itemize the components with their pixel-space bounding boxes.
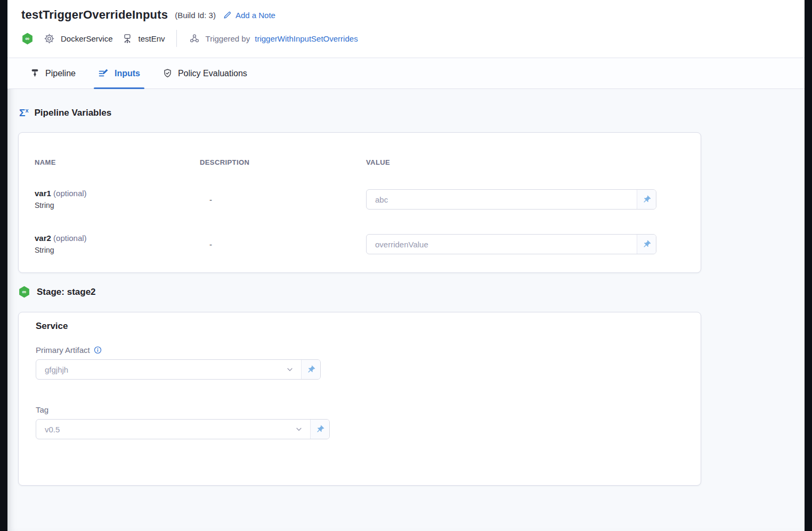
tag-select-group: v0.5: [36, 419, 330, 439]
variable-row-name: var1 (optional) String: [35, 188, 200, 211]
tab-pipeline[interactable]: Pipeline: [26, 58, 80, 88]
add-note-label: Add a Note: [236, 11, 275, 20]
stage-heading: ∞ Stage: stage2: [18, 286, 805, 298]
trigger-icon: [189, 33, 200, 44]
gear-icon: [44, 33, 55, 44]
execution-header: testTriggerOverrideInputs (Build Id: 3) …: [7, 0, 805, 58]
edit-pencil-icon: [223, 11, 232, 20]
variable-row-description: -: [200, 240, 366, 249]
pin-button[interactable]: [310, 420, 329, 439]
column-header-name: NAME: [35, 158, 200, 166]
add-note-button[interactable]: Add a Note: [223, 11, 275, 20]
variable-value-input-group: overridenValue: [366, 234, 656, 254]
execution-page: testTriggerOverrideInputs (Build Id: 3) …: [7, 0, 805, 531]
service-section-title: Service: [36, 321, 684, 332]
cd-stage-icon: ∞: [21, 33, 34, 45]
variable-value-input-group: abc: [366, 189, 656, 210]
environment-name-label: testEnv: [139, 34, 165, 43]
chevron-down-icon: [295, 425, 303, 433]
triggered-by-label: Triggered by: [206, 34, 250, 43]
page-title: testTriggerOverrideInputs: [21, 8, 168, 22]
build-id-label: (Build Id: 3): [175, 11, 216, 20]
variable-row-name: var2 (optional) String: [35, 232, 200, 256]
tag-label: Tag: [36, 405, 684, 414]
column-header-value: VALUE: [366, 158, 685, 166]
tab-pipeline-label: Pipeline: [45, 69, 76, 78]
svg-text:∞: ∞: [26, 35, 30, 42]
policy-shield-icon: [163, 68, 173, 78]
sigma-icon: Σx: [19, 108, 29, 118]
service-name-label: DockerService: [61, 34, 113, 43]
pin-button[interactable]: [637, 235, 656, 254]
tab-inputs[interactable]: Inputs: [94, 58, 144, 88]
primary-artifact-label: Primary Artifact: [36, 345, 684, 355]
info-icon[interactable]: [94, 346, 102, 354]
tab-policy-evaluations[interactable]: Policy Evaluations: [158, 58, 251, 88]
pipeline-icon: [30, 68, 40, 78]
trigger-link[interactable]: triggerWithInputSetOverrides: [255, 34, 358, 43]
meta-divider: [176, 30, 177, 47]
cd-stage-icon: ∞: [18, 286, 30, 298]
inputs-icon: [98, 68, 109, 79]
pin-button[interactable]: [637, 190, 656, 209]
svg-text:∞: ∞: [22, 288, 27, 295]
tag-select[interactable]: v0.5: [36, 420, 310, 439]
stage-title: Stage: stage2: [37, 287, 96, 297]
primary-artifact-select-group: gfgjhjh: [36, 359, 321, 380]
environment-icon: [122, 33, 133, 44]
pipeline-variables-card: NAME DESCRIPTION VALUE var1 (optional) S…: [18, 132, 701, 273]
variable-value-input[interactable]: overridenValue: [367, 235, 637, 254]
tab-inputs-label: Inputs: [115, 69, 140, 78]
pipeline-variables-title: Pipeline Variables: [35, 108, 112, 118]
pipeline-variables-heading: Σx Pipeline Variables: [19, 108, 805, 118]
primary-artifact-select[interactable]: gfgjhjh: [36, 360, 301, 379]
pin-button[interactable]: [301, 360, 320, 379]
variable-row-description: -: [200, 195, 366, 204]
column-header-description: DESCRIPTION: [200, 158, 366, 166]
execution-tabbar: Pipeline Inputs Policy Evaluations: [7, 58, 805, 89]
stage-inputs-card: Service Primary Artifact gfgjhjh Tag v0: [18, 312, 701, 486]
chevron-down-icon: [286, 366, 294, 373]
tab-policy-evaluations-label: Policy Evaluations: [178, 69, 247, 78]
variable-value-input[interactable]: abc: [367, 190, 637, 209]
